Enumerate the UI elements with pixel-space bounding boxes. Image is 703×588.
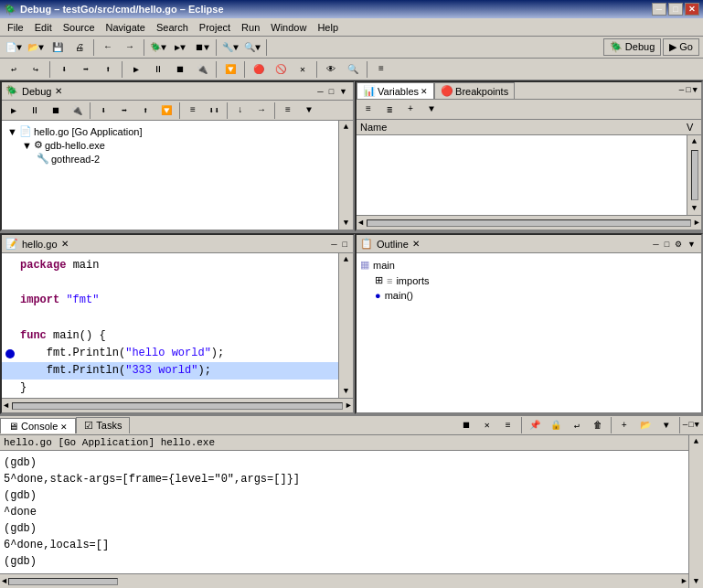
save-button[interactable]: 💾: [48, 38, 68, 57]
console-scroll-down[interactable]: ▼: [692, 575, 700, 588]
console-tab-close[interactable]: ✕: [60, 422, 68, 432]
outline-minimize[interactable]: ─: [651, 240, 660, 249]
drop-to-frame[interactable]: ⬇⬇: [204, 102, 224, 120]
disconnect-debug[interactable]: 🔌: [67, 102, 87, 120]
console-output[interactable]: (gdb) 5^done,stack-args=[frame={level="0…: [0, 451, 688, 573]
console-scroll-left[interactable]: ◄: [0, 575, 8, 588]
var-panel-minimize[interactable]: ─: [679, 86, 684, 95]
var-scrollbar-v[interactable]: ▲ ▼: [687, 135, 701, 215]
step-into[interactable]: ⬇: [54, 60, 74, 79]
suspend-debug[interactable]: ⏸: [25, 102, 45, 120]
open-console[interactable]: 📂: [635, 416, 655, 434]
var-scroll-up[interactable]: ▲: [690, 135, 698, 148]
tree-item-hello[interactable]: ▼ 📄 hello.go [Go Application]: [7, 124, 333, 138]
tab-tasks[interactable]: ☑ Tasks: [76, 417, 130, 433]
run-button[interactable]: ▶▼: [170, 38, 190, 57]
debug-menu[interactable]: ▼: [337, 87, 349, 96]
detail-btn[interactable]: ≡: [371, 60, 391, 79]
menu-search[interactable]: Search: [151, 20, 194, 35]
debug-dropdown[interactable]: 🪲▼: [148, 38, 168, 57]
editor-content[interactable]: package main import "fmt" func main() {: [2, 253, 338, 398]
scroll-down-debug[interactable]: ▼: [342, 217, 350, 230]
step-over-debug[interactable]: ➡: [114, 102, 134, 120]
close-button[interactable]: ✕: [685, 3, 699, 16]
forward-button[interactable]: →: [120, 38, 140, 57]
stop-debug[interactable]: ⏹: [46, 102, 66, 120]
debug-maximize[interactable]: □: [327, 87, 336, 96]
var-scroll-down[interactable]: ▼: [690, 202, 698, 215]
editor-scroll-left[interactable]: ◄: [2, 400, 10, 412]
var-scroll-thumb[interactable]: [691, 150, 698, 200]
step-over[interactable]: ➡: [76, 60, 96, 79]
word-wrap[interactable]: ↵: [567, 416, 587, 434]
var-panel-maximize[interactable]: □: [686, 86, 690, 95]
maximize-button[interactable]: □: [668, 3, 683, 16]
console-minimize[interactable]: ─: [683, 421, 687, 430]
add-watchpoint[interactable]: +: [400, 101, 421, 119]
terminate-btn[interactable]: ⏹: [170, 60, 190, 79]
suspend-btn[interactable]: ⏸: [148, 60, 168, 79]
tab-console[interactable]: 🖥 Console ✕: [0, 418, 76, 433]
expand-vars[interactable]: ≣: [379, 101, 399, 119]
debug-panel-close[interactable]: ✕: [55, 86, 62, 96]
menu-run[interactable]: Run: [236, 20, 265, 35]
go-label[interactable]: ▶ Go: [663, 38, 699, 56]
use-step-filters-debug[interactable]: ≡: [183, 102, 203, 120]
variables-tab-close[interactable]: ✕: [421, 87, 428, 96]
stop-button[interactable]: ⏹▼: [192, 38, 212, 57]
tree-item-gdb[interactable]: ▼ ⚙ gdb-hello.exe: [7, 138, 333, 152]
collapse-vars[interactable]: ≡: [358, 101, 378, 119]
pin-console[interactable]: 📌: [525, 416, 545, 434]
var-panel-menu[interactable]: ▼: [693, 86, 698, 95]
menu-edit[interactable]: Edit: [29, 20, 58, 35]
editor-scroll-down[interactable]: ▼: [342, 385, 350, 398]
menu-file[interactable]: File: [2, 20, 29, 35]
scroll-up-debug[interactable]: ▲: [342, 121, 350, 134]
back-button[interactable]: ←: [98, 38, 118, 57]
disconnect-btn[interactable]: 🔌: [192, 60, 212, 79]
editor-scroll-up[interactable]: ▲: [342, 253, 350, 266]
view-menu-debug[interactable]: ▼: [299, 102, 319, 120]
outline-item-main-func[interactable]: ● main(): [360, 288, 698, 303]
new-button[interactable]: 📄▼: [4, 38, 24, 57]
editor-scrollbar-v[interactable]: ▲ ▼: [338, 253, 353, 398]
menu-window[interactable]: Window: [265, 20, 312, 35]
console-panel-menu[interactable]: ▼: [695, 421, 699, 430]
search-btn[interactable]: 🔍▼: [242, 38, 262, 57]
step-filter[interactable]: 🔽: [156, 102, 176, 120]
var-scrollbar-h[interactable]: ◄ ►: [357, 215, 701, 230]
outline-menu[interactable]: ▼: [686, 240, 698, 249]
use-step-filter[interactable]: 🔽: [220, 60, 240, 79]
new-console[interactable]: +: [614, 416, 634, 434]
tab-breakpoints[interactable]: 🔴 Breakpoints: [434, 82, 515, 99]
console-maximize[interactable]: □: [688, 421, 693, 430]
console-btn2[interactable]: ✕: [477, 416, 497, 434]
stop-console[interactable]: ⏹: [456, 416, 476, 434]
menu-navigate[interactable]: Navigate: [101, 20, 151, 35]
var-scroll-right[interactable]: ►: [693, 217, 701, 230]
outline-item-main[interactable]: ▦ main: [360, 257, 698, 273]
debug-label[interactable]: 🪲 Debug: [603, 38, 661, 56]
var-scroll-left[interactable]: ◄: [357, 217, 365, 230]
inspect-btn[interactable]: 🔍: [343, 60, 363, 79]
scroll-lock[interactable]: 🔒: [546, 416, 566, 434]
watch-btn[interactable]: 👁: [321, 60, 341, 79]
outline-maximize[interactable]: □: [663, 240, 671, 249]
console-btn3[interactable]: ≡: [498, 416, 518, 434]
console-scroll-thumb[interactable]: [8, 578, 118, 585]
tree-item-thread[interactable]: 🔧 gothread-2: [7, 152, 333, 166]
editor-maximize[interactable]: □: [341, 240, 349, 249]
ext-tools[interactable]: 🔧▼: [220, 38, 240, 57]
editor-scroll-thumb-h[interactable]: [12, 402, 342, 410]
console-scroll-up[interactable]: ▲: [692, 435, 700, 448]
outline-close[interactable]: ✕: [412, 239, 420, 249]
clear-console[interactable]: 🗑: [588, 416, 608, 434]
step-into-debug[interactable]: ⬇: [93, 102, 113, 120]
debug-scrollbar-v[interactable]: ▲ ▼: [338, 121, 353, 230]
console-scroll-right[interactable]: ►: [680, 575, 688, 588]
var-scroll-thumb-h[interactable]: [367, 219, 690, 227]
undo-button[interactable]: ↩: [4, 60, 24, 79]
collapse-all[interactable]: ≡: [278, 102, 298, 120]
outline-settings[interactable]: ⚙: [673, 240, 684, 249]
editor-scroll-right[interactable]: ►: [345, 400, 353, 412]
